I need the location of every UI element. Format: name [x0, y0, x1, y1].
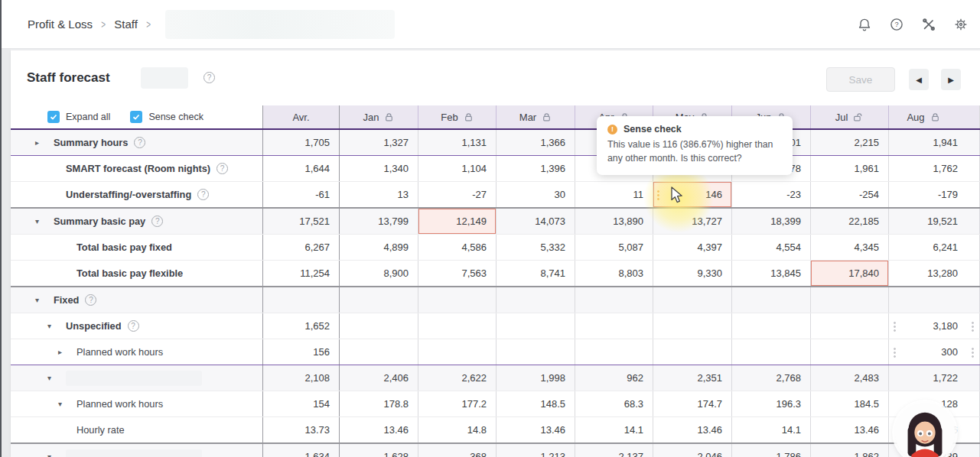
cell-feb[interactable]: 1,104	[418, 156, 496, 181]
cell-mar[interactable]: 1,213	[496, 444, 575, 457]
cell-jun[interactable]: 1,786	[731, 444, 810, 457]
cell-jan[interactable]: 13.46	[339, 417, 418, 442]
cell-apr[interactable]	[575, 287, 653, 313]
chevron-down-icon[interactable]: ▾	[58, 400, 77, 408]
chevron-right-icon[interactable]: ▸	[58, 348, 77, 356]
sense-check-checkbox[interactable]: Sense check	[130, 111, 203, 123]
cell-feb[interactable]	[418, 313, 496, 339]
cell-feb[interactable]: 1,131	[418, 130, 496, 155]
help-icon[interactable]: ?	[203, 72, 215, 83]
cell-may[interactable]: 2,351	[653, 365, 731, 391]
cell-jun[interactable]: -23	[731, 182, 810, 207]
cell-may[interactable]: 13.46	[653, 417, 731, 442]
cell-avr[interactable]: 1,652	[262, 313, 339, 339]
cell-jul[interactable]: 1,961	[810, 156, 888, 181]
cell-avr[interactable]: 1,705	[262, 130, 339, 155]
checkbox-checked-icon[interactable]	[130, 111, 142, 123]
cell-feb[interactable]: 4,586	[418, 235, 496, 260]
cell-may[interactable]	[653, 287, 731, 313]
cell-jul[interactable]: 22,185	[810, 209, 888, 234]
cell-avr[interactable]: 2,108	[262, 365, 339, 391]
cell-apr[interactable]: 8,803	[575, 261, 653, 286]
assistant-avatar[interactable]	[895, 403, 955, 457]
chevron-right-icon[interactable]: ▸	[35, 138, 54, 147]
cell-jun[interactable]: 2,768	[731, 365, 810, 391]
cell-mar[interactable]: 14,073	[496, 209, 575, 234]
cell-mar[interactable]: 1,366	[496, 130, 575, 155]
cell-jan[interactable]	[339, 287, 418, 313]
chevron-down-icon[interactable]: ▾	[35, 296, 54, 304]
cell-jun[interactable]: 14.1	[731, 417, 810, 442]
cell-jun[interactable]	[731, 313, 810, 339]
cell-may[interactable]	[653, 339, 731, 365]
cell-may[interactable]	[653, 313, 731, 339]
cell-feb[interactable]: 7,563	[418, 261, 496, 286]
cell-apr[interactable]: 13,890	[575, 209, 653, 234]
cell-jul[interactable]	[810, 339, 888, 365]
cell-feb[interactable]: 368	[418, 444, 496, 457]
prev-period-button[interactable]: ◀	[909, 69, 929, 90]
cell-feb[interactable]: 177.2	[418, 391, 496, 416]
help-icon[interactable]: ?	[197, 189, 209, 200]
cell-jan[interactable]: 1,327	[339, 130, 418, 155]
cell-jul-alert[interactable]: 17,840	[810, 261, 888, 286]
cell-jul[interactable]: 13.46	[810, 417, 888, 442]
help-icon[interactable]: ?	[217, 163, 228, 174]
checkbox-checked-icon[interactable]	[47, 111, 60, 123]
cell-may[interactable]: 174.7	[653, 391, 731, 416]
cell-jan[interactable]: 13	[339, 182, 418, 207]
unlock-icon[interactable]	[853, 112, 864, 122]
cell-mar[interactable]: 30	[496, 182, 575, 207]
cell-jun[interactable]: 4,554	[731, 235, 810, 260]
cell-mar[interactable]	[496, 339, 575, 365]
cell-mar[interactable]: 1,396	[496, 156, 575, 181]
cell-jul[interactable]: 2,215	[810, 130, 888, 155]
cell-jun[interactable]	[731, 287, 810, 313]
column-header-avr[interactable]: Avr.	[262, 105, 339, 128]
cell-mar[interactable]: 1,998	[496, 365, 575, 391]
cell-feb[interactable]: 2,622	[418, 365, 496, 391]
help-icon[interactable]: ?	[128, 320, 139, 332]
cell-jan[interactable]: 2,406	[339, 365, 418, 391]
cell-mar[interactable]: 13.46	[496, 417, 575, 442]
cell-mar[interactable]	[496, 287, 575, 313]
cell-jul[interactable]	[810, 287, 888, 313]
cell-avr[interactable]: 17,521	[262, 209, 339, 234]
column-header-mar[interactable]: Mar	[496, 105, 575, 128]
cell-mar[interactable]: 8,741	[496, 261, 575, 286]
column-header-aug[interactable]: Aug	[888, 105, 980, 128]
column-header-jan[interactable]: Jan	[339, 105, 418, 128]
cell-apr[interactable]: 962	[575, 365, 653, 391]
cell-avr[interactable]	[262, 287, 339, 313]
tools-icon[interactable]	[920, 16, 937, 33]
help-icon[interactable]: ?	[85, 294, 96, 306]
cell-aug[interactable]: -179	[888, 182, 980, 207]
chevron-down-icon[interactable]: ▾	[47, 374, 66, 382]
cell-jan[interactable]: 1,340	[339, 156, 418, 181]
settings-icon[interactable]	[952, 16, 969, 33]
cell-jul[interactable]: -254	[810, 182, 888, 207]
lock-icon[interactable]	[384, 112, 394, 122]
cell-apr[interactable]: 11	[575, 182, 653, 207]
cell-avr[interactable]: 154	[262, 391, 339, 416]
notifications-icon[interactable]	[856, 16, 873, 33]
help-icon[interactable]: ?	[134, 137, 145, 148]
cell-avr[interactable]: 13.73	[262, 417, 339, 442]
cell-aug[interactable]: 3,180	[888, 313, 980, 339]
chevron-down-icon[interactable]: ▾	[47, 452, 66, 457]
cell-mar[interactable]	[496, 313, 575, 339]
cell-jun[interactable]: 13,845	[731, 261, 810, 286]
cell-apr[interactable]: 5,087	[575, 235, 653, 260]
cell-aug[interactable]: 1,722	[888, 365, 980, 391]
cell-jan[interactable]: 13,799	[339, 209, 418, 234]
cell-feb-alert[interactable]: 12,149	[418, 209, 496, 234]
cell-may[interactable]: 4,397	[653, 235, 731, 260]
cell-avr[interactable]: 156	[262, 339, 339, 365]
lock-icon[interactable]	[930, 112, 940, 122]
cell-avr[interactable]: -61	[262, 182, 339, 207]
cell-avr[interactable]: 1,634	[262, 444, 339, 457]
cell-jul[interactable]: 184.5	[810, 391, 888, 416]
cell-jun[interactable]	[731, 339, 810, 365]
cell-jan[interactable]	[339, 313, 418, 339]
breadcrumb-profit-loss[interactable]: Profit & Loss	[28, 18, 93, 31]
